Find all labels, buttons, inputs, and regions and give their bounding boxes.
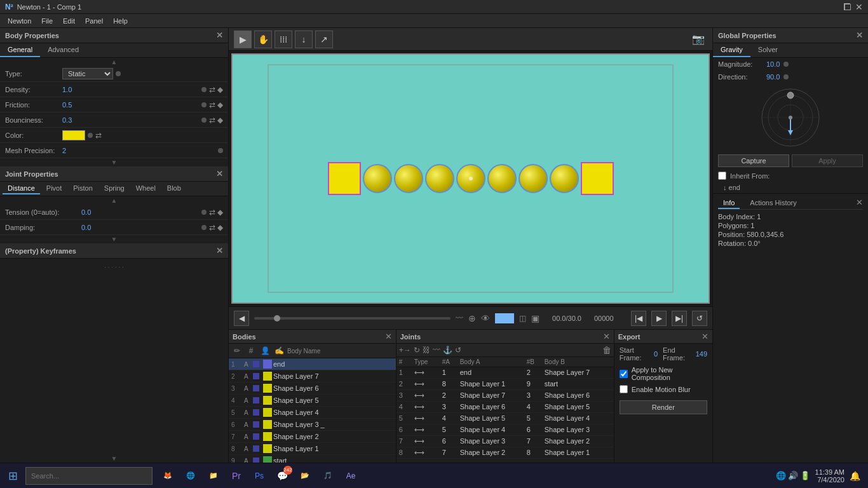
loop-btn[interactable]: ↺ bbox=[692, 311, 707, 326]
tab-advanced[interactable]: Advanced bbox=[40, 43, 86, 57]
color-link-icon[interactable]: ⇄ bbox=[95, 131, 102, 140]
bodies-close[interactable]: ✕ bbox=[385, 332, 392, 341]
joint-row-3[interactable]: 3 ⟷ 2 Shape Layer 7 3 Shape Layer 6 bbox=[397, 390, 614, 402]
start-button[interactable]: ⊞ bbox=[3, 466, 23, 486]
hand-tool[interactable]: ✋ bbox=[254, 30, 272, 48]
body-row-8[interactable]: 8 A Shape Layer 1 bbox=[229, 443, 396, 455]
zoom-icon[interactable]: ⊕ bbox=[468, 313, 476, 323]
joint-row-6[interactable]: 6 ⟷ 5 Shape Layer 4 6 Shape Layer 3 bbox=[397, 424, 614, 436]
tension-diamond-icon[interactable]: ◆ bbox=[217, 208, 223, 217]
joint-properties-close[interactable]: ✕ bbox=[216, 169, 223, 179]
joint-tab-distance[interactable]: Distance bbox=[3, 183, 40, 194]
taskbar-premiere[interactable]: Pr bbox=[226, 466, 247, 486]
type-select[interactable]: Static Dynamic Kinematic AEmatic Dead Do… bbox=[62, 68, 113, 79]
joint-row-7[interactable]: 7 ⟷ 6 Shape Layer 3 7 Shape Layer 2 bbox=[397, 436, 614, 447]
inherit-checkbox[interactable] bbox=[718, 172, 726, 180]
gravity-circle[interactable] bbox=[759, 86, 822, 149]
global-tab-solver[interactable]: Solver bbox=[750, 43, 785, 57]
timeline-left-arrow[interactable]: ◀ bbox=[234, 311, 249, 326]
info-close[interactable]: ✕ bbox=[856, 198, 863, 209]
body-row-9[interactable]: 9 A start bbox=[229, 455, 396, 463]
grid-tool[interactable]: ⁞⁞⁞ bbox=[275, 30, 292, 48]
joint-row-1[interactable]: 1 ⟷ 1 end 2 Shape Layer 7 bbox=[397, 367, 614, 379]
scroll-down-props[interactable]: ▼ bbox=[0, 158, 228, 166]
damping-diamond-icon[interactable]: ◆ bbox=[217, 223, 223, 232]
step-btn[interactable]: ▶| bbox=[672, 311, 687, 326]
color-swatch[interactable] bbox=[62, 130, 85, 140]
density-diamond-icon[interactable]: ◆ bbox=[217, 85, 223, 94]
joint-tab-spring[interactable]: Spring bbox=[99, 183, 130, 194]
anchor-icon[interactable]: ⚓ bbox=[443, 346, 452, 355]
apply-button[interactable]: Apply bbox=[792, 154, 863, 167]
taskbar-search[interactable] bbox=[25, 467, 153, 485]
ball-6[interactable] bbox=[519, 164, 548, 193]
body-row-3[interactable]: 3 A Shape Layer 6 bbox=[229, 383, 396, 395]
maximize-button[interactable]: ⧠ bbox=[843, 2, 851, 12]
friction-link-icon[interactable]: ⇄ bbox=[209, 100, 215, 109]
joint-tab-blob[interactable]: Blob bbox=[162, 183, 186, 194]
body-row-7[interactable]: 7 A Shape Layer 2 bbox=[229, 431, 396, 443]
bounciness-link-icon[interactable]: ⇄ bbox=[209, 116, 215, 125]
joint-tab-wheel[interactable]: Wheel bbox=[131, 183, 161, 194]
joint-tab-pivot[interactable]: Pivot bbox=[41, 183, 67, 194]
tension-link-icon[interactable]: ⇄ bbox=[209, 208, 215, 217]
render-button[interactable]: Render bbox=[620, 400, 707, 414]
notifications-icon[interactable]: 🔔 bbox=[850, 471, 860, 481]
body-row-5[interactable]: 5 A Shape Layer 4 bbox=[229, 407, 396, 419]
joint-row-4[interactable]: 4 ⟷ 3 Shape Layer 6 4 Shape Layer 5 bbox=[397, 402, 614, 413]
global-tab-gravity[interactable]: Gravity bbox=[713, 43, 750, 57]
joints-close[interactable]: ✕ bbox=[603, 332, 610, 341]
body-properties-close[interactable]: ✕ bbox=[216, 30, 223, 40]
volume-icon[interactable]: 🔊 bbox=[788, 471, 798, 480]
joint-scroll-up[interactable]: ▲ bbox=[0, 196, 228, 205]
joint-row-5[interactable]: 5 ⟷ 4 Shape Layer 5 5 Shape Layer 4 bbox=[397, 413, 614, 424]
delete-joint-icon[interactable]: 🗑 bbox=[602, 345, 611, 355]
taskbar-whatsapp[interactable]: 💬 242 bbox=[272, 466, 292, 486]
ball-4[interactable] bbox=[456, 164, 485, 193]
export-close[interactable]: ✕ bbox=[702, 332, 709, 341]
menu-newton[interactable]: Newton bbox=[3, 16, 36, 26]
ball-2[interactable] bbox=[394, 164, 423, 193]
taskbar-music[interactable]: 🎵 bbox=[318, 466, 338, 486]
wave-icon[interactable]: 〰 bbox=[433, 346, 440, 355]
damping-link-icon[interactable]: ⇄ bbox=[209, 223, 215, 232]
battery-icon[interactable]: 🔋 bbox=[800, 471, 810, 480]
taskbar-after-effects[interactable]: Ae bbox=[341, 466, 361, 486]
down-tool[interactable]: ↓ bbox=[295, 30, 313, 48]
motion-blur-checkbox[interactable] bbox=[620, 385, 628, 393]
rotate-joint-icon[interactable]: ↻ bbox=[414, 346, 420, 355]
capture-button[interactable]: Capture bbox=[718, 154, 789, 167]
body-row-4[interactable]: 4 A Shape Layer 5 bbox=[229, 395, 396, 407]
menu-edit[interactable]: Edit bbox=[58, 16, 80, 26]
bounciness-diamond-icon[interactable]: ◆ bbox=[217, 116, 223, 125]
joint-tab-piston[interactable]: Piston bbox=[68, 183, 98, 194]
taskbar-chrome[interactable]: 🌐 bbox=[180, 466, 201, 486]
menu-help[interactable]: Help bbox=[108, 16, 133, 26]
camera-icon[interactable]: 📷 bbox=[689, 30, 707, 48]
friction-diamond-icon[interactable]: ◆ bbox=[217, 100, 223, 109]
select-tool[interactable]: ▶ bbox=[234, 30, 252, 48]
taskbar-files[interactable]: 📁 bbox=[203, 466, 224, 486]
taskbar-files2[interactable]: 📂 bbox=[295, 466, 315, 486]
joint-row-8[interactable]: 8 ⟷ 7 Shape Layer 2 8 Shape Layer 1 bbox=[397, 447, 614, 459]
timeline-slider[interactable] bbox=[254, 317, 451, 320]
scroll-up[interactable]: ▲ bbox=[0, 58, 228, 66]
menu-file[interactable]: File bbox=[36, 16, 58, 26]
add-joint-icon[interactable]: +→ bbox=[399, 346, 411, 355]
edit-icon[interactable]: ✏ bbox=[231, 345, 243, 356]
body-row-2[interactable]: 2 A Shape Layer 7 bbox=[229, 370, 396, 383]
ball-1[interactable] bbox=[363, 164, 392, 193]
refresh-icon[interactable]: ↺ bbox=[455, 346, 461, 355]
end-body[interactable] bbox=[328, 162, 361, 195]
taskbar-photoshop[interactable]: Ps bbox=[249, 466, 269, 486]
info-tab-info[interactable]: Info bbox=[718, 198, 740, 209]
body-row-1[interactable]: 1 A end bbox=[229, 358, 396, 370]
timeline-thumb[interactable] bbox=[274, 315, 280, 322]
crop-icon[interactable]: ▣ bbox=[531, 313, 539, 323]
taskbar-firefox[interactable]: 🦊 bbox=[158, 466, 178, 486]
apply-comp-checkbox[interactable] bbox=[620, 370, 628, 378]
user-icon[interactable]: 👤 bbox=[259, 345, 271, 356]
joint-row-2[interactable]: 2 ⟷ 8 Shape Layer 1 9 start bbox=[397, 379, 614, 390]
tab-general[interactable]: General bbox=[0, 43, 40, 57]
start-body[interactable] bbox=[581, 162, 614, 195]
